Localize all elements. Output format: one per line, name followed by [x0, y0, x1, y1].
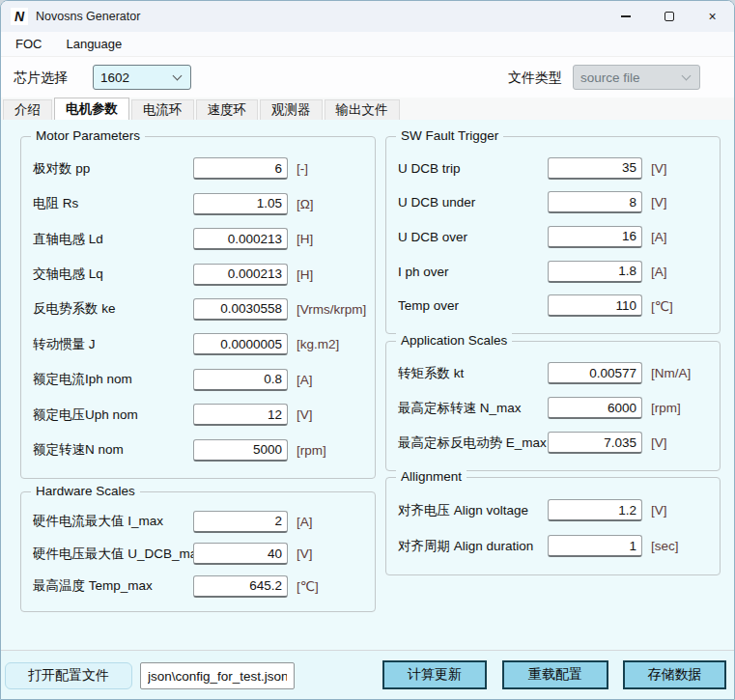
param-label: 最高定标转速 N_max — [398, 400, 548, 417]
menu-item-language[interactable]: Language — [56, 33, 131, 55]
param-label: 极对数 pp — [33, 160, 193, 178]
window-title: Novosns Generator — [36, 10, 140, 23]
param-row: 最高温度 Temp_max [℃] — [33, 575, 369, 598]
save-data-button[interactable]: 存储数据 — [623, 660, 726, 689]
param-label: Temp over — [398, 298, 548, 313]
close-icon[interactable]: × — [691, 1, 734, 32]
filetype-dropdown[interactable]: source file — [573, 65, 700, 90]
maximize-icon[interactable] — [647, 1, 691, 32]
group-title: Application Scales — [396, 333, 512, 348]
param-label: 交轴电感 Lq — [33, 266, 193, 283]
param-label: 额定电流Iph nom — [33, 371, 193, 388]
param-label: 额定转速N nom — [33, 441, 193, 459]
app-window: N Novosns Generator × FOC Language 芯片选择 … — [0, 0, 735, 700]
param-row: 转动惯量 J [kg.m2] — [33, 333, 369, 355]
ke-input[interactable] — [193, 298, 288, 321]
iph-nom-input[interactable] — [193, 369, 288, 391]
tab-current-loop[interactable]: 电流环 — [131, 99, 194, 120]
toolbar: 芯片选择 1602 文件类型 source file — [1, 57, 734, 98]
param-row: 反电势系数 ke [Vrms/krpm] — [33, 298, 369, 321]
pp-input[interactable] — [193, 157, 288, 180]
param-unit: [℃] — [651, 298, 673, 314]
param-label: I ph over — [398, 265, 548, 279]
minimize-icon[interactable] — [604, 1, 647, 32]
param-unit: [A] — [297, 373, 313, 387]
temp-max-input[interactable] — [193, 575, 288, 598]
n-nom-input[interactable] — [193, 439, 288, 462]
param-unit: [Ω] — [297, 197, 314, 211]
n-max-input[interactable] — [548, 397, 642, 419]
group-allignment: Allignment 对齐电压 Align voltage [V] 对齐周期 A… — [385, 477, 721, 575]
param-unit: [V] — [651, 161, 667, 176]
config-path-input[interactable] — [140, 662, 295, 689]
param-label: 最高温度 Temp_max — [33, 577, 193, 595]
param-label: 转矩系数 kt — [398, 365, 548, 382]
tab-speed-loop[interactable]: 速度环 — [196, 99, 259, 120]
chip-select-value: 1602 — [94, 70, 174, 85]
tab-observer[interactable]: 观测器 — [260, 99, 323, 120]
chip-select-dropdown[interactable]: 1602 — [93, 65, 191, 90]
param-unit: [A] — [651, 230, 667, 244]
param-row: U DCB over [A] — [398, 226, 714, 248]
reload-config-button[interactable]: 重载配置 — [502, 660, 608, 689]
u-dcb-over-input[interactable] — [548, 226, 642, 248]
param-label: 硬件电流最大值 I_max — [33, 513, 193, 530]
param-row: 额定电流Iph nom [A] — [33, 369, 369, 391]
j-input[interactable] — [193, 333, 288, 355]
param-unit: [rpm] — [297, 443, 326, 458]
param-unit: [-] — [297, 161, 308, 176]
rs-input[interactable] — [193, 193, 288, 215]
param-row: 额定电压Uph nom [V] — [33, 404, 369, 426]
param-label: 硬件电压最大值 U_DCB_max — [33, 546, 193, 563]
uph-nom-input[interactable] — [193, 404, 288, 426]
group-hardware-scales: Hardware Scales 硬件电流最大值 I_max [A] 硬件电压最大… — [20, 491, 376, 612]
ld-input[interactable] — [193, 228, 288, 250]
param-label: 最高定标反电动势 E_max — [398, 434, 548, 452]
tab-output-files[interactable]: 输出文件 — [325, 99, 400, 120]
i-max-input[interactable] — [193, 511, 288, 533]
e-max-input[interactable] — [548, 432, 642, 454]
param-unit: [H] — [297, 232, 313, 246]
chip-select-label: 芯片选择 — [14, 70, 68, 87]
tab-motor-params[interactable]: 电机参数 — [54, 98, 129, 120]
param-label: 对齐电压 Align voltage — [398, 502, 548, 519]
align-voltage-input[interactable] — [548, 499, 642, 521]
i-ph-over-input[interactable] — [548, 261, 642, 283]
param-row: 额定转速N nom [rpm] — [33, 439, 369, 462]
calculate-update-button[interactable]: 计算更新 — [382, 660, 487, 689]
filetype-label: 文件类型 — [508, 70, 562, 87]
group-motor-parameters: Motor Parameters 极对数 pp [-] 电阻 Rs [Ω] 直轴… — [20, 136, 376, 479]
param-unit: [V] — [297, 546, 313, 561]
group-application-scales: Application Scales 转矩系数 kt [Nm/A] 最高定标转速… — [385, 341, 721, 471]
open-config-button[interactable]: 打开配置文件 — [5, 662, 132, 689]
param-row: 硬件电流最大值 I_max [A] — [33, 511, 369, 533]
param-row: 电阻 Rs [Ω] — [33, 193, 369, 215]
param-row: U DCB under [V] — [398, 191, 714, 213]
param-unit: [H] — [297, 267, 313, 282]
param-row: Temp over [℃] — [398, 294, 714, 317]
tab-intro[interactable]: 介绍 — [3, 99, 52, 120]
param-label: 额定电压Uph nom — [33, 406, 193, 424]
param-row: 直轴电感 Ld [H] — [33, 228, 369, 250]
temp-over-input[interactable] — [548, 294, 642, 317]
param-unit: [Vrms/krpm] — [297, 302, 366, 317]
param-label: U DCB over — [398, 230, 548, 244]
param-unit: [Nm/A] — [651, 366, 691, 380]
param-row: 最高定标反电动势 E_max [V] — [398, 432, 714, 454]
menu-item-foc[interactable]: FOC — [6, 33, 51, 55]
param-unit: [℃] — [297, 578, 319, 594]
lq-input[interactable] — [193, 264, 288, 286]
group-title: SW Fault Trigger — [396, 128, 503, 143]
kt-input[interactable] — [548, 362, 642, 384]
filetype-value: source file — [574, 70, 683, 85]
param-row: 对齐周期 Align duration [sec] — [398, 535, 714, 557]
u-dcb-trip-input[interactable] — [548, 157, 642, 180]
align-duration-input[interactable] — [548, 535, 642, 557]
u-dcb-max-input[interactable] — [193, 543, 288, 565]
u-dcb-under-input[interactable] — [548, 191, 642, 213]
window-controls: × — [604, 1, 734, 32]
tab-content-panel: Motor Parameters 极对数 pp [-] 电阻 Rs [Ω] 直轴… — [1, 120, 734, 650]
param-label: 电阻 Rs — [33, 195, 193, 212]
param-row: 对齐电压 Align voltage [V] — [398, 499, 714, 521]
group-sw-fault-trigger: SW Fault Trigger U DCB trip [V] U DCB un… — [385, 136, 721, 334]
